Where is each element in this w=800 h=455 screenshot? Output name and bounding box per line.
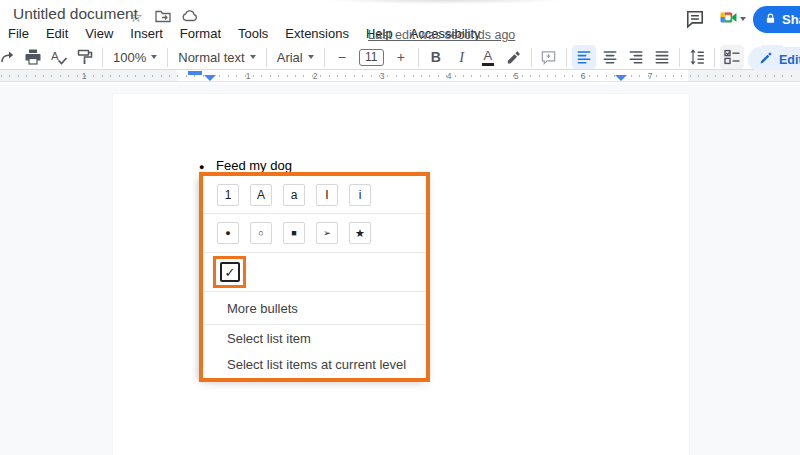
increase-font-size-button[interactable]: + (389, 45, 413, 69)
left-indent-marker[interactable] (204, 75, 216, 81)
paragraph-style-value: Normal text (178, 50, 244, 65)
editing-mode-label: Editing (779, 53, 800, 67)
zoom-select[interactable]: 100% (108, 45, 162, 69)
toolbar-separator (531, 48, 532, 67)
move-folder-icon[interactable] (154, 7, 172, 25)
list-bullet-glyph: ● (199, 162, 204, 172)
star-icon[interactable]: ☆ (127, 7, 145, 25)
ruler-number: 1 (243, 71, 253, 81)
ruler-number: 4 (444, 71, 454, 81)
numbered-option-lower-alpha[interactable]: a (283, 184, 305, 206)
join-meet-button[interactable] (712, 5, 752, 33)
right-indent-marker[interactable] (615, 75, 627, 81)
font-select[interactable]: Arial (272, 45, 319, 69)
align-right-button[interactable] (624, 45, 648, 69)
bullet-styles-row: ● ○ ■ ➢ ★ (203, 214, 426, 253)
bullet-option-circle[interactable]: ○ (250, 222, 272, 244)
toolbar-separator (679, 48, 680, 67)
text-color-button[interactable]: A (476, 45, 500, 69)
menu-file[interactable]: File (8, 26, 29, 41)
open-comment-history-button[interactable] (684, 8, 706, 30)
align-center-button[interactable] (598, 45, 622, 69)
select-list-items-at-level[interactable]: Select list items at current level (203, 351, 426, 378)
numbered-option-decimal[interactable]: 1 (217, 184, 239, 206)
document-text-line[interactable]: Feed my dog (216, 158, 292, 173)
toolbar-separator (167, 48, 168, 67)
paint-format-button[interactable] (73, 45, 97, 69)
menu-view[interactable]: View (85, 26, 113, 41)
italic-button[interactable]: I (450, 45, 474, 69)
title-bar: Untitled document ☆ File Edit View Inser… (0, 0, 800, 45)
align-justify-button[interactable] (650, 45, 674, 69)
toolbar: A 100% Normal text Arial (0, 45, 800, 70)
document-title[interactable]: Untitled document (13, 5, 138, 23)
checklist-option[interactable]: ✓ (220, 262, 240, 282)
numbered-option-upper-alpha[interactable]: A (250, 184, 272, 206)
line-spacing-button[interactable] (685, 45, 709, 69)
select-list-item[interactable]: Select list item (203, 325, 426, 351)
toolbar-separator (324, 48, 325, 67)
align-left-button[interactable] (572, 45, 596, 69)
share-button-label: Share (782, 12, 800, 27)
pencil-icon (759, 51, 773, 68)
google-meet-icon (719, 8, 738, 31)
lock-icon (764, 12, 777, 28)
ruler[interactable]: 1 1 2 3 4 5 6 7 (0, 70, 800, 84)
top-shadow (330, 0, 560, 4)
font-value: Arial (277, 50, 303, 65)
ruler-number: 5 (511, 71, 521, 81)
menu-edit[interactable]: Edit (46, 26, 68, 41)
toolbar-separator (566, 48, 567, 67)
spelling-check-button[interactable]: A (47, 45, 71, 69)
toolbar-separator (714, 48, 715, 67)
more-bullets-item[interactable]: More bullets (203, 292, 426, 325)
first-line-indent-marker[interactable] (188, 71, 202, 75)
zoom-value: 100% (113, 50, 146, 65)
font-size-field[interactable]: 11 (359, 49, 384, 66)
ruler-band: 1 1 2 3 4 5 6 7 (0, 70, 800, 82)
font-caret-icon (308, 55, 314, 59)
toolbar-separator (418, 48, 419, 67)
style-caret-icon (250, 55, 256, 59)
document-status-cloud-icon[interactable] (181, 7, 199, 25)
add-comment-button[interactable] (537, 45, 561, 69)
numbered-option-upper-roman[interactable]: I (316, 184, 338, 206)
bullet-list-dropdown-menu: 1 A a I i ● ○ ■ ➢ ★ ✓ More bullets Selec… (203, 176, 426, 378)
highlight-color-button[interactable] (502, 45, 526, 69)
numbered-option-lower-roman[interactable]: i (349, 184, 371, 206)
share-button[interactable]: Share (753, 6, 800, 33)
zoom-caret-icon (151, 55, 157, 59)
ruler-number: 1 (79, 71, 89, 81)
decrease-font-size-button[interactable]: − (330, 45, 354, 69)
editing-mode-button[interactable]: Editing (748, 47, 800, 72)
bullet-option-square[interactable]: ■ (283, 222, 305, 244)
bullet-option-disc[interactable]: ● (217, 222, 239, 244)
ruler-number: 7 (645, 71, 655, 81)
ruler-ticks (1, 75, 799, 78)
menu-extensions[interactable]: Extensions (285, 26, 349, 41)
ruler-number: 3 (377, 71, 387, 81)
text-color-bar (482, 63, 494, 66)
meet-dropdown-caret (740, 17, 746, 21)
ruler-number: 6 (578, 71, 588, 81)
checklist-button[interactable] (720, 45, 744, 69)
paragraph-style-select[interactable]: Normal text (173, 45, 260, 69)
numbered-styles-row: 1 A a I i (203, 176, 426, 214)
bullet-option-star[interactable]: ★ (349, 222, 371, 244)
toolbar-separator (266, 48, 267, 67)
toolbar-separator (102, 48, 103, 67)
menu-insert[interactable]: Insert (130, 26, 163, 41)
menu-format[interactable]: Format (180, 26, 221, 41)
ruler-number: 2 (310, 71, 320, 81)
bullet-option-arrow[interactable]: ➢ (316, 222, 338, 244)
svg-text:A: A (51, 50, 59, 62)
redo-button[interactable] (0, 45, 19, 69)
bold-button[interactable]: B (424, 45, 448, 69)
print-button[interactable] (21, 45, 45, 69)
google-docs-window: Untitled document ☆ File Edit View Inser… (0, 0, 800, 455)
checklist-row: ✓ (203, 253, 426, 292)
menu-tools[interactable]: Tools (238, 26, 268, 41)
last-edit-link[interactable]: Last edit was seconds ago (368, 28, 515, 42)
